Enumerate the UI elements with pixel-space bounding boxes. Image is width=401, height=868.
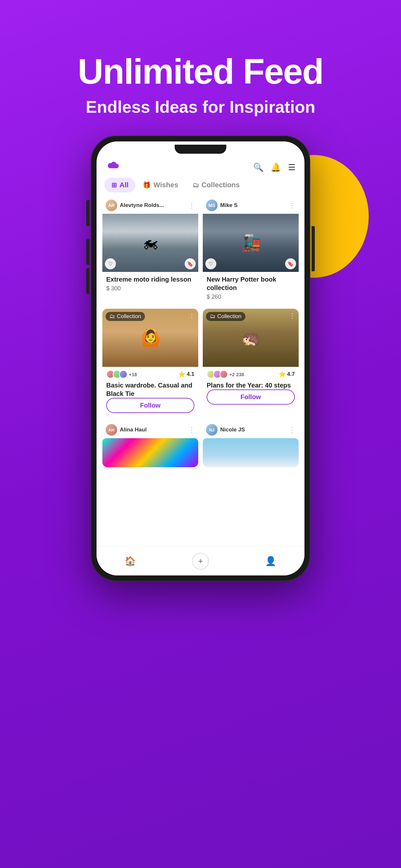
more-menu-hp[interactable]: ⋮ — [289, 202, 296, 209]
app-header: 🔍 🔔 ☰ — [96, 157, 305, 178]
wishes-tab-icon: 🎁 — [143, 181, 151, 189]
card-body-plans: +2 238 ⭐ 4.7 Plans for the Year: 40 step… — [203, 367, 299, 408]
plus-count-wardrobe: +18 — [129, 372, 137, 377]
collection-image-person: 🗂 Collection ⋮ — [102, 309, 198, 367]
user-info-alina: AH Alina Haul — [105, 424, 147, 436]
more-menu-moto[interactable]: ⋮ — [189, 202, 195, 209]
card-body-hp: New Harry Potter book collection $ 260 — [203, 272, 299, 304]
header-section: Unlimited Feed Endless Ideas for Inspira… — [78, 52, 323, 117]
rating-value-wardrobe: 4.1 — [187, 371, 194, 377]
collection-card-wardrobe: 🗂 Collection ⋮ +18 — [102, 309, 198, 417]
collection-label-wardrobe: 🗂 Collection — [105, 312, 145, 321]
username-nicole: Nicole JS — [220, 427, 245, 433]
collection-label-plans: 🗂 Collection — [206, 312, 245, 321]
notch — [175, 145, 226, 154]
tab-all-label: All — [120, 181, 128, 189]
nav-profile[interactable]: 👤 — [265, 556, 276, 566]
follow-button-wardrobe[interactable]: Follow — [106, 398, 194, 413]
like-button-moto[interactable]: ♡ — [105, 258, 116, 269]
mini-avatar-3 — [119, 370, 127, 378]
nav-home[interactable]: 🏠 — [125, 556, 136, 566]
home-icon: 🏠 — [125, 556, 136, 566]
collection-icon-1: 🗂 — [110, 313, 115, 320]
star-icon-plans: ⭐ — [279, 371, 286, 378]
product-card-hp: MS Mike S ⋮ ♡ 🔖 — [203, 197, 299, 304]
header-icons: 🔍 🔔 ☰ — [253, 162, 296, 173]
username-mike: Mike S — [220, 202, 238, 209]
username-alina: Alina Haul — [120, 427, 147, 433]
rating-plans: ⭐ 4.7 — [279, 371, 295, 378]
card-price-moto: $ 300 — [106, 285, 194, 292]
collection-icon-2: 🗂 — [210, 313, 215, 320]
more-menu-alina[interactable]: ⋮ — [189, 426, 195, 434]
product-card-moto: AR Alevtyne Rolds... ⋮ ♡ 🔖 — [102, 197, 198, 304]
card-header-nicole: NJ Nicole JS ⋮ — [203, 422, 299, 438]
user-info-alevtyne: AR Alevtyne Rolds... — [105, 199, 164, 211]
tab-collections-label: Collections — [202, 181, 240, 189]
bookmark-button-hp[interactable]: 🔖 — [285, 258, 296, 269]
more-menu-nicole[interactable]: ⋮ — [289, 426, 296, 434]
avatar-alina: AH — [105, 424, 117, 436]
bookmark-button-moto[interactable]: 🔖 — [185, 258, 196, 269]
feed: AR Alevtyne Rolds... ⋮ ♡ 🔖 — [96, 197, 305, 547]
nav-add[interactable]: + — [192, 553, 209, 569]
bottom-card-nicole: NJ Nicole JS ⋮ — [203, 422, 299, 467]
card-image-hp: ♡ 🔖 — [203, 214, 299, 272]
more-menu-wardrobe[interactable]: ⋮ — [189, 312, 195, 320]
phone-mockup: 🔍 🔔 ☰ ⊞ All 🎁 Wishes 🗂 Collections — [91, 135, 310, 581]
like-button-hp[interactable]: ♡ — [205, 258, 216, 269]
card-title-moto: Extreme moto riding lesson — [106, 275, 194, 283]
card-header-alina: AH Alina Haul ⋮ — [102, 422, 198, 438]
moto-image — [102, 214, 198, 272]
product-card-row: AR Alevtyne Rolds... ⋮ ♡ 🔖 — [102, 197, 299, 304]
bottom-card-row: AH Alina Haul ⋮ — [102, 422, 299, 467]
tab-wishes-label: Wishes — [153, 181, 178, 189]
image-actions-moto: ♡ — [105, 258, 116, 269]
page-title: Unlimited Feed — [78, 52, 323, 91]
image-actions-hp: ♡ — [205, 258, 216, 269]
collections-tab-icon: 🗂 — [192, 182, 199, 189]
bottom-card-alina: AH Alina Haul ⋮ — [102, 422, 198, 467]
bottom-image-nicole — [203, 438, 299, 467]
avatars-row-plans: +2 238 — [207, 370, 244, 378]
colorful-image — [102, 438, 198, 467]
follow-button-plans[interactable]: Follow — [207, 390, 295, 405]
add-button[interactable]: + — [192, 553, 209, 569]
tab-collections[interactable]: 🗂 Collections — [185, 178, 247, 192]
page-subtitle: Endless Ideas for Inspiration — [78, 97, 323, 117]
collection-card-plans: 🗂 Collection ⋮ +2 238 — [203, 309, 299, 417]
card-title-plans: Plans for the Year: 40 steps — [207, 381, 295, 390]
bottom-nav: 🏠 + 👤 — [96, 547, 305, 576]
bell-icon[interactable]: 🔔 — [271, 162, 281, 173]
sky-image — [203, 438, 299, 467]
tab-bar: ⊞ All 🎁 Wishes 🗂 Collections — [96, 178, 305, 197]
collection-card-row: 🗂 Collection ⋮ +18 — [102, 309, 299, 417]
tab-wishes[interactable]: 🎁 Wishes — [135, 178, 185, 192]
collection-image-hedgehog: 🗂 Collection ⋮ — [203, 309, 299, 367]
collection-meta-plans: +2 238 ⭐ 4.7 — [207, 370, 295, 378]
card-title-wardrobe: Basic wardrobe. Casual and Black Tie — [106, 381, 194, 398]
username-alevtyne: Alevtyne Rolds... — [120, 202, 164, 209]
bottom-image-alina — [102, 438, 198, 467]
card-header-moto: AR Alevtyne Rolds... ⋮ — [102, 197, 198, 214]
search-icon[interactable]: 🔍 — [253, 162, 264, 173]
menu-icon[interactable]: ☰ — [288, 162, 296, 173]
star-icon-wardrobe: ⭐ — [178, 371, 185, 378]
tab-all[interactable]: ⊞ All — [104, 178, 135, 192]
avatar-alevtyne: AR — [105, 199, 117, 211]
phone-frame: 🔍 🔔 ☰ ⊞ All 🎁 Wishes 🗂 Collections — [91, 135, 310, 581]
user-info-nicole: NJ Nicole JS — [206, 424, 245, 436]
more-menu-plans[interactable]: ⋮ — [289, 312, 296, 320]
card-price-hp: $ 260 — [207, 293, 295, 300]
card-title-hp: New Harry Potter book collection — [207, 275, 295, 292]
collection-meta-wardrobe: +18 ⭐ 4.1 — [106, 370, 194, 378]
rating-value-plans: 4.7 — [287, 371, 295, 377]
card-image-moto: ♡ 🔖 — [102, 214, 198, 272]
app-logo — [105, 160, 120, 175]
hp-image — [203, 214, 299, 272]
card-body-moto: Extreme moto riding lesson $ 300 — [102, 272, 198, 296]
plus-count-plans: +2 238 — [229, 372, 244, 377]
avatars-row-wardrobe: +18 — [106, 370, 137, 378]
all-tab-icon: ⊞ — [112, 181, 117, 189]
user-info-mike: MS Mike S — [206, 199, 238, 211]
